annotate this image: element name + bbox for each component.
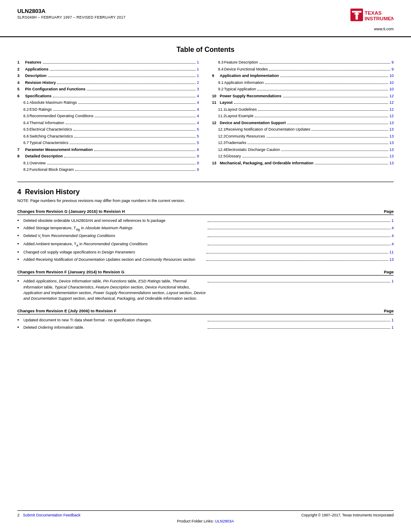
toc-item-num: 5 xyxy=(17,87,25,93)
toc-page[interactable]: 5 xyxy=(197,140,199,146)
main-content: Table of Contents 1Features12Application… xyxy=(0,37,411,342)
toc-page[interactable]: 4 xyxy=(197,93,199,99)
changes-page-label: Page xyxy=(384,269,394,274)
toc-page[interactable]: 13 xyxy=(389,160,394,167)
change-text: Changed coil supply voltage specificatio… xyxy=(23,250,205,255)
toc-page[interactable]: 2 xyxy=(197,80,199,86)
toc-sub-num: 9.2 xyxy=(212,87,224,93)
toc-dots xyxy=(255,117,388,117)
toc-dots xyxy=(50,70,196,71)
toc-dots xyxy=(95,117,196,117)
change-page[interactable]: 1 xyxy=(392,325,394,330)
toc-page[interactable]: 12 xyxy=(389,100,394,106)
toc-page[interactable]: 4 xyxy=(197,120,199,126)
toc-item: 6.7Typical Characteristics5 xyxy=(17,140,199,146)
toc-sub-label: ESD Ratings xyxy=(29,107,52,113)
toc-item: 8.3Feature Description9 xyxy=(212,60,394,66)
toc-page[interactable]: 13 xyxy=(389,154,394,160)
changes-block: Changes from Revision E (July 2006) to R… xyxy=(17,308,394,330)
toc-page[interactable]: 5 xyxy=(197,134,199,140)
toc-sub-num: 12.4 xyxy=(212,147,226,153)
change-page[interactable]: 4 xyxy=(392,233,394,239)
change-page[interactable]: 1 xyxy=(392,218,394,224)
product-link[interactable]: ULN2803A xyxy=(215,519,234,523)
toc-page[interactable]: 9 xyxy=(197,154,199,160)
toc-page[interactable]: 6 xyxy=(197,147,199,153)
footer-product: Product Folder Links: ULN2803A xyxy=(17,519,394,523)
toc-page[interactable]: 9 xyxy=(197,160,199,167)
changes-block: Changes from Revision F (January 2014) t… xyxy=(17,269,394,301)
toc-page[interactable]: 13 xyxy=(389,127,394,133)
change-page[interactable]: 1 xyxy=(392,317,394,323)
toc-item: 12.3Trademarks13 xyxy=(212,140,394,146)
list-item: •Deleted Vi from Recommended Operating C… xyxy=(17,233,394,240)
toc-page[interactable]: 9 xyxy=(392,67,394,73)
bullet-icon: • xyxy=(17,257,23,262)
toc-dots xyxy=(74,137,196,138)
toc-page[interactable]: 13 xyxy=(389,120,394,126)
toc-item: 12Device and Documentation Support13 xyxy=(212,120,394,126)
change-page[interactable]: 13 xyxy=(389,257,394,263)
list-item: •Added Receiving Notification of Documen… xyxy=(17,256,394,263)
toc-dots xyxy=(269,70,390,71)
toc-page[interactable]: 9 xyxy=(392,60,394,66)
toc-item: 12.2Community Resources13 xyxy=(212,134,394,140)
toc-sub-num: 12.2 xyxy=(212,134,226,140)
toc-dots xyxy=(257,90,388,90)
toc-page[interactable]: 13 xyxy=(389,140,394,146)
toc-item-num: 10 xyxy=(212,93,220,99)
change-page[interactable]: 1 xyxy=(392,279,394,284)
toc-page[interactable]: 10 xyxy=(389,87,394,93)
section-title: Revision History xyxy=(25,188,80,195)
toc-page[interactable]: 12 xyxy=(389,113,394,119)
toc-item-label: Description xyxy=(25,73,47,79)
toc-sub-label: Feature Description xyxy=(224,60,258,66)
toc-page[interactable]: 13 xyxy=(389,147,394,153)
toc-page[interactable]: 10 xyxy=(389,80,394,86)
change-page[interactable]: 4 xyxy=(392,241,394,247)
toc-page[interactable]: 1 xyxy=(197,67,199,73)
toc-item-label: Parameter Measurement Information xyxy=(25,147,93,153)
toc-dots xyxy=(47,164,196,164)
toc-dots xyxy=(265,83,388,84)
toc-page[interactable]: 4 xyxy=(197,100,199,106)
toc-dots xyxy=(75,170,196,171)
toc-page[interactable]: 3 xyxy=(197,87,199,93)
changes-page-label: Page xyxy=(384,308,394,313)
toc-sub-num: 6.1 xyxy=(17,100,29,106)
change-page[interactable]: 11 xyxy=(389,250,394,255)
change-text: Deleted Ordering Information table. xyxy=(23,325,206,330)
toc-item-label: Layout xyxy=(220,100,233,106)
toc-item: 8Detailed Description9 xyxy=(17,154,199,160)
toc-dots xyxy=(260,63,390,64)
section-heading: 4 Revision History xyxy=(17,188,394,196)
toc-page[interactable]: 10 xyxy=(389,73,394,79)
page-footer: 2 Submit Documentation Feedback Copyrigh… xyxy=(0,510,411,523)
feedback-link[interactable]: Submit Documentation Feedback xyxy=(23,513,80,517)
toc-page[interactable]: 4 xyxy=(197,107,199,113)
toc-page[interactable]: 12 xyxy=(389,93,394,99)
toc-sub-label: Thermal Information xyxy=(29,120,64,126)
bullet-icon: • xyxy=(17,233,23,238)
toc-right-column: 8.3Feature Description98.4Device Functio… xyxy=(212,60,394,174)
toc-page[interactable]: 13 xyxy=(389,134,394,140)
footer-copyright: Copyright © 1997–2017, Texas Instruments… xyxy=(301,513,394,517)
toc-page[interactable]: 1 xyxy=(197,73,199,79)
changes-header: Changes from Revision G (January 2015) t… xyxy=(17,209,394,215)
list-item: •Added Storage temperature, Tstg in Abso… xyxy=(17,225,394,232)
toc-sub-label: Application Information xyxy=(224,80,264,86)
toc-page[interactable]: 5 xyxy=(197,127,199,133)
toc-page[interactable]: 12 xyxy=(389,107,394,113)
changes-header: Changes from Revision E (July 2006) to R… xyxy=(17,308,394,314)
toc-page[interactable]: 1 xyxy=(197,60,199,66)
toc-item-num: 12 xyxy=(212,120,220,126)
change-page[interactable]: 4 xyxy=(392,225,394,231)
changes-page-label: Page xyxy=(384,209,394,214)
bullet-icon: • xyxy=(17,225,23,230)
change-text: Added Receiving Notification of Document… xyxy=(23,257,205,263)
toc-page[interactable]: 4 xyxy=(197,113,199,119)
toc-dots xyxy=(53,97,196,97)
toc-sub-num: 6.4 xyxy=(17,120,29,126)
toc-page[interactable]: 9 xyxy=(197,167,199,173)
footer-left: 2 Submit Documentation Feedback xyxy=(17,513,80,517)
